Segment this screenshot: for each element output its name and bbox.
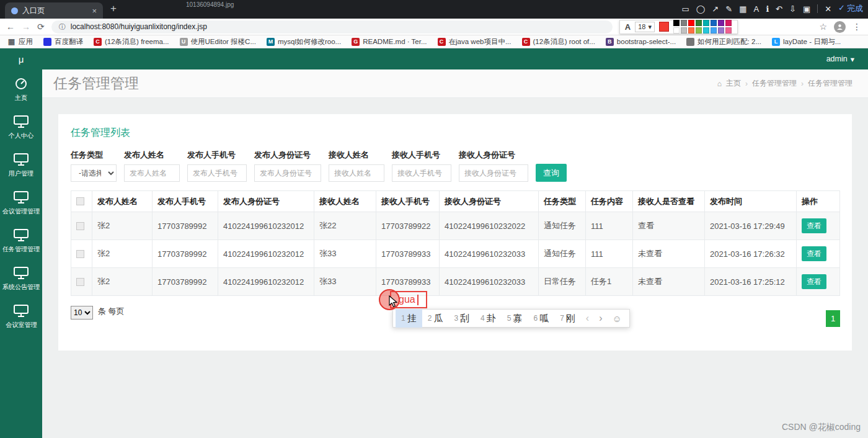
select-all-checkbox[interactable] (76, 197, 84, 205)
text-tool-icon[interactable]: A (753, 4, 759, 14)
ime-next-page-icon[interactable]: › (594, 313, 607, 324)
task-type-select[interactable]: -请选择- (71, 164, 117, 182)
ime-candidate[interactable]: 6 呱 (528, 309, 554, 328)
color-swatch[interactable] (718, 20, 724, 26)
url-field[interactable]: ⓘ localhost:8080/huiyiguanlixitong/index… (51, 20, 613, 34)
receiver-id-input[interactable] (459, 164, 528, 182)
background-window-title: 10136094894.jpg (186, 1, 234, 8)
mosaic-tool-icon[interactable]: ▦ (739, 4, 746, 14)
publisher-phone-input[interactable] (187, 164, 247, 182)
rect-tool-icon[interactable]: ▭ (681, 4, 689, 14)
breadcrumb-home[interactable]: 主页 (726, 78, 741, 89)
receiver-phone-input[interactable] (392, 164, 451, 182)
ime-emoji-icon[interactable]: ☺ (607, 313, 626, 324)
color-swatch[interactable] (703, 20, 709, 26)
sidebar-item-home[interactable]: 主页 (0, 72, 42, 107)
browser-tab-active[interactable]: 入口页 × (5, 2, 103, 19)
monitor-icon (14, 153, 29, 166)
sidebar-item-personal-center[interactable]: 个人中心 (0, 110, 42, 145)
bookmark-item[interactable]: B bootstrap-select-... (606, 38, 676, 46)
bookmark-item[interactable]: M mysql如何修改roo... (267, 37, 341, 47)
text-tool-letter: A (625, 22, 631, 32)
refresh-icon[interactable]: ⟳ (37, 22, 45, 32)
receiver-name-input[interactable] (329, 164, 384, 182)
bookmark-item[interactable]: U 使用UEditor 报楼C... (180, 37, 256, 47)
row-checkbox[interactable] (76, 250, 84, 258)
color-swatch[interactable] (711, 20, 717, 26)
cancel-screenshot-icon[interactable]: ✕ (825, 4, 831, 14)
site-info-icon[interactable]: ⓘ (59, 22, 66, 32)
row-checkbox[interactable] (76, 278, 84, 286)
color-swatch[interactable] (673, 27, 680, 34)
bookmark-item[interactable]: 百度翻译 (43, 37, 83, 47)
bookmark-item[interactable]: C (12条消息) root of... (522, 37, 595, 47)
sidebar-item-meeting-management[interactable]: 会议管理管理 (0, 185, 42, 221)
undo-icon[interactable]: ↶ (776, 4, 782, 14)
sidebar-item-task-management[interactable]: 任务管理管理 (0, 223, 42, 259)
ime-candidate[interactable]: 2 瓜 (422, 309, 449, 328)
ime-candidate[interactable]: 1 挂 (396, 309, 422, 328)
user-dropdown[interactable]: admin ▾ (826, 55, 854, 64)
bookmark-apps[interactable]: ▦ 应用 (7, 37, 33, 47)
ime-candidate[interactable]: 4 卦 (475, 309, 502, 328)
page-size-select[interactable]: 10 (71, 306, 93, 320)
publisher-id-input[interactable] (254, 164, 321, 182)
color-swatch[interactable] (696, 20, 702, 26)
bookmark-item[interactable]: L layDate - 日期与... (772, 37, 841, 47)
back-icon[interactable]: ← (6, 22, 15, 32)
row-view-button[interactable]: 查看 (802, 274, 826, 289)
color-swatch[interactable] (725, 27, 732, 34)
bookmark-item[interactable]: C 在java web项目中... (438, 37, 512, 47)
row-view-button[interactable]: 查看 (802, 218, 826, 233)
breadcrumb-item[interactable]: 任务管理管理 (752, 78, 797, 89)
ime-candidate[interactable]: 3 刮 (448, 309, 475, 328)
ellipse-tool-icon[interactable]: ◯ (696, 4, 706, 14)
row-view-button[interactable]: 查看 (802, 246, 826, 261)
arrow-tool-icon[interactable]: ↗ (712, 4, 719, 14)
caret-down-icon: ▾ (851, 55, 854, 64)
copy-icon[interactable]: ▣ (803, 4, 810, 14)
pagination-page-1[interactable]: 1 (826, 310, 840, 327)
sidebar-item-user-management[interactable]: 用户管理 (0, 148, 42, 183)
app-logo: μ (0, 48, 42, 69)
color-swatch[interactable] (688, 20, 694, 26)
row-checkbox[interactable] (76, 222, 84, 230)
color-swatch[interactable] (718, 27, 724, 34)
ime-candidate[interactable]: 5 寡 (502, 309, 528, 328)
color-swatch[interactable] (696, 27, 702, 34)
finish-screenshot-button[interactable]: ✓ 完成 (838, 3, 863, 14)
font-size-select[interactable]: 18 ▾ (635, 22, 655, 32)
home-icon: ⌂ (717, 79, 722, 88)
download-icon[interactable]: ⇩ (789, 4, 796, 14)
bookmark-item[interactable]: 如何用正则匹配: 2... (686, 37, 761, 47)
color-swatch[interactable] (673, 20, 680, 26)
bookmark-item[interactable]: G README.md · Ter... (352, 38, 427, 46)
browser-menu-icon[interactable]: ⋮ (852, 22, 862, 32)
new-tab-button[interactable]: + (110, 2, 117, 15)
browser-avatar[interactable] (834, 21, 846, 33)
bookmark-star-icon[interactable]: ☆ (819, 22, 827, 32)
sidebar-item-meeting-room-management[interactable]: 会议室管理 (0, 299, 42, 334)
selected-color-swatch[interactable] (659, 22, 669, 32)
tab-close-icon[interactable]: × (92, 6, 97, 16)
browser-address-bar: ← → ⟳ ⓘ localhost:8080/huiyiguanlixitong… (0, 19, 868, 35)
forward-icon[interactable]: → (22, 22, 30, 32)
pen-tool-icon[interactable]: ✎ (725, 4, 732, 14)
ime-candidate[interactable]: 7 刚 (554, 309, 581, 328)
search-button[interactable]: 查询 (536, 164, 567, 182)
content-area: 任务管理列表 任务类型 -请选择- 发布人姓名 发布人手机号 发布 (42, 98, 868, 438)
bookmark-item[interactable]: C (12条消息) freema... (94, 37, 169, 47)
mysql-favicon: M (267, 38, 275, 46)
color-swatch[interactable] (688, 27, 694, 34)
screenshot-toolbar: ▭ ◯ ↗ ✎ ▦ A ℹ ↶ ⇩ ▣ ✕ ✓ 完成 (681, 3, 863, 14)
color-swatch[interactable] (703, 27, 709, 34)
color-swatch[interactable] (711, 27, 717, 34)
color-swatch[interactable] (725, 20, 732, 26)
color-swatch[interactable] (681, 20, 687, 26)
publisher-name-input[interactable] (124, 164, 180, 182)
color-swatch[interactable] (681, 27, 687, 34)
ime-prev-page-icon[interactable]: ‹ (581, 313, 594, 324)
sidebar-item-announcement-management[interactable]: 系统公告管理 (0, 261, 42, 297)
page-title: 任务管理管理 (53, 74, 139, 93)
info-tool-icon[interactable]: ℹ (766, 4, 769, 14)
